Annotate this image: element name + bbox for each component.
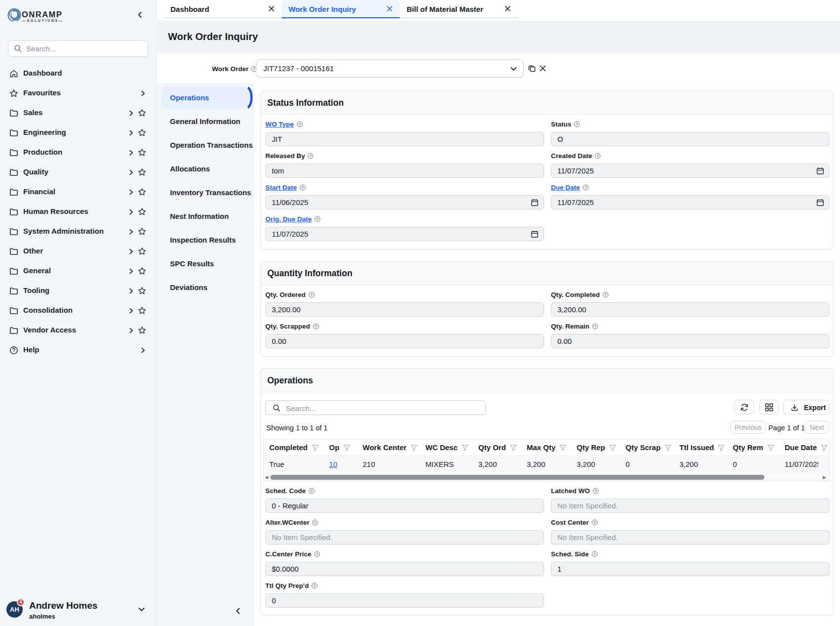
- svg-text:?: ?: [253, 67, 255, 71]
- svg-text:?: ?: [593, 520, 596, 525]
- svg-text:?: ?: [316, 552, 318, 556]
- svg-text:?: ?: [309, 154, 312, 158]
- svg-text:?: ?: [310, 292, 313, 297]
- svg-text:?: ?: [314, 520, 316, 525]
- svg-text:?: ?: [310, 489, 313, 493]
- svg-text:?: ?: [594, 324, 596, 329]
- svg-text:?: ?: [585, 185, 587, 190]
- svg-text:?: ?: [576, 122, 578, 126]
- svg-text:?: ?: [12, 347, 15, 353]
- svg-text:?: ?: [313, 584, 316, 588]
- svg-text:?: ?: [315, 324, 317, 329]
- svg-text:?: ?: [298, 122, 301, 126]
- svg-text:?: ?: [316, 217, 319, 221]
- svg-text:?: ?: [301, 185, 304, 190]
- svg-text:?: ?: [593, 552, 596, 556]
- svg-text:?: ?: [594, 489, 597, 493]
- svg-text:?: ?: [604, 292, 607, 297]
- svg-text:?: ?: [596, 154, 599, 158]
